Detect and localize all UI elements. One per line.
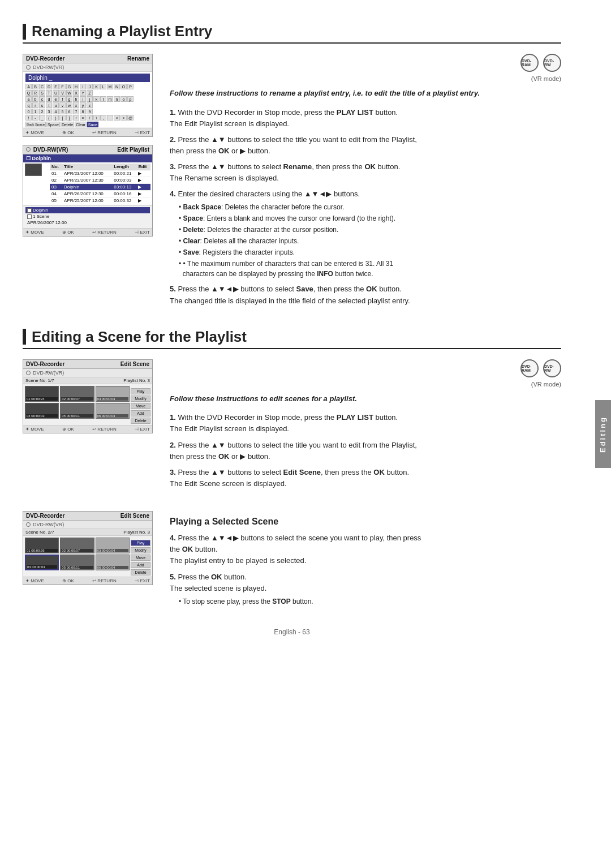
scene-thumb: 06 00:00:04: [96, 403, 130, 419]
scene-info-bar: Scene No. 1/7 Playlist No. 3: [23, 377, 152, 384]
edit-scene-screen-2: DVD-Recorder Edit Scene DVD-RW(VR) Scene…: [23, 511, 153, 585]
scene-header-left: DVD-Recorder: [26, 361, 64, 367]
scene-thumb-selected: 04 00:00:03: [25, 555, 59, 570]
section3-step-5: 5. Press the OK button.The selected scen…: [170, 571, 561, 607]
section2-instructions: DVD-RAM DVD-RW (VR mode) Follow these in…: [170, 359, 561, 494]
section-renaming: Renaming a Playlist Entry DVD-Recorder R…: [23, 23, 561, 311]
table-row: 02APR/23/2007 12:3000:00:03▶: [50, 177, 150, 184]
delete-btn-2[interactable]: Delete: [131, 569, 150, 575]
section2-step-3: 3. Press the ▲▼ buttons to select Edit S…: [170, 467, 561, 489]
rename-screen: DVD-Recorder Rename DVD-RW(VR) Dolphin _: [23, 54, 153, 137]
rename-input-bar: Dolphin _: [25, 74, 150, 82]
section1-instructions: DVD-RAM DVD-RW (VR mode) Follow these in…: [170, 54, 561, 311]
dvd-ram-badge: DVD-RAM: [520, 54, 539, 72]
bullet-stop: To stop scene play, press the STOP butto…: [179, 596, 561, 607]
scene-grid: 01 00:00:24 02 00:00:07 03 00:00:04: [25, 386, 130, 424]
bullet-save: Save: Registers the character inputs.: [179, 247, 561, 257]
playlist-title: ☐ Dolphin: [26, 156, 51, 161]
table-row-selected: 03Dolphin03:03:13▶: [50, 184, 150, 191]
scene2-header-left: DVD-Recorder: [26, 513, 64, 519]
scene-thumb: 01 00:00:24: [25, 386, 59, 402]
scene-thumb: 02 00:00:07: [60, 386, 94, 402]
scene-area-2: 01 00:00:26 02 00:00:07 03 00:00:04: [23, 536, 152, 575]
scene-thumb: 06 00:00:04: [96, 555, 130, 570]
step-2: 2. Press the ▲▼ buttons to select the ti…: [170, 134, 561, 157]
scene-thumb: 05 00:00:11: [60, 555, 94, 570]
playing-scene-section: DVD-Recorder Edit Scene DVD-RW(VR) Scene…: [23, 511, 561, 611]
step-4: 4. Enter the desired characters using th…: [170, 188, 561, 279]
scene-grid-2: 01 00:00:26 02 00:00:07 03 00:00:04: [25, 538, 130, 575]
table-row: 04APR/26/2007 12:3000:00:16▶: [50, 191, 150, 197]
radio-icon-3: [26, 522, 31, 527]
list-item: Dolphin: [25, 207, 150, 213]
radio-icon-2: [26, 371, 31, 375]
step-1: 1. With the DVD Recorder in Stop mode, p…: [170, 107, 561, 130]
scene2-header-right: Edit Scene: [121, 513, 149, 519]
rename-header-left: DVD-Recorder: [26, 55, 64, 62]
playlist-header-left: DVD-RW(VR): [26, 147, 68, 153]
section2-step-2: 2. Press the ▲▼ buttons to select the ti…: [170, 440, 561, 462]
scene-area: 01 00:00:24 02 00:00:07 03 00:00:04: [23, 384, 152, 424]
move-btn[interactable]: Move: [131, 403, 150, 409]
play-btn[interactable]: Play: [131, 388, 150, 394]
scene-nav: ✦ MOVE ⊕ OK ↩ RETURN ⊣ EXIT: [23, 425, 152, 433]
section2-intro: Follow these instructions to edit scenes…: [170, 393, 561, 405]
vr-badges-2: DVD-RAM DVD-RW: [170, 359, 561, 377]
rename-header-right: Rename: [127, 55, 149, 62]
play-btn-2[interactable]: Play: [131, 540, 150, 546]
scene-thumb: 05 00:00:11: [60, 403, 94, 419]
table-row: 01APR/23/2007 12:0000:00:21▶: [50, 170, 150, 177]
vr-mode-label-2: (VR mode): [170, 381, 561, 388]
rename-subheader: DVD-RW(VR): [33, 65, 64, 70]
bullet-clear: Clear: Deletes all the character inputs.: [179, 236, 561, 246]
char-grid: ABCDEFGHIJKLMNOP QRSTUVWXYZ abcdefghijkl…: [25, 84, 150, 127]
section1-title: Renaming a Playlist Entry: [32, 23, 212, 40]
scene-thumb: 04 00:00:03: [25, 403, 59, 419]
bullet-info: • The maximum number of characters that …: [179, 259, 561, 279]
section2-screens: DVD-Recorder Edit Scene DVD-RW(VR) Scene…: [23, 359, 153, 494]
section-editing-scene: Editing a Scene for the Playlist DVD-Rec…: [23, 328, 561, 611]
move-btn-2[interactable]: Move: [131, 555, 150, 561]
add-btn-2[interactable]: Add: [131, 562, 150, 568]
section1-screens: DVD-Recorder Rename DVD-RW(VR) Dolphin _: [23, 54, 153, 311]
section3-screens: DVD-Recorder Edit Scene DVD-RW(VR) Scene…: [23, 511, 153, 611]
section3-steps: 4. Press the ▲▼◄▶ buttons to select the …: [170, 532, 561, 607]
section2-title: Editing a Scene for the Playlist: [32, 328, 247, 346]
section2-step-1: 1. With the DVD Recorder in Stop mode, p…: [170, 412, 561, 435]
sub-heading-playing: Playing a Selected Scene: [170, 517, 561, 527]
scene-header-right: Edit Scene: [121, 361, 149, 367]
heading-bar: [23, 24, 26, 40]
scene2-info-bar: Scene No. 2/7 Playlist No. 3: [23, 529, 152, 536]
list-item: 1 Scene: [25, 213, 150, 220]
add-btn[interactable]: Add: [131, 410, 150, 416]
section2-heading: Editing a Scene for the Playlist: [23, 328, 561, 349]
modify-btn-2[interactable]: Modify: [131, 547, 150, 553]
step-3: 3. Press the ▲▼ buttons to select Rename…: [170, 161, 561, 184]
rename-nav: ✦ MOVE ⊕ OK ↩ RETURN ⊣ EXIT: [23, 128, 152, 136]
scene-thumb: 03 00:00:04: [96, 386, 130, 402]
scene-thumb: 03 00:00:04: [96, 538, 130, 553]
bullet-delete: Delete: Deletes the character at the cur…: [179, 225, 561, 235]
delete-btn[interactable]: Delete: [131, 418, 150, 424]
thumbnail: [25, 164, 42, 176]
page-footer: English - 63: [23, 628, 561, 647]
section1-intro: Follow these instructions to rename a pl…: [170, 88, 561, 99]
section3-instructions: Playing a Selected Scene 4. Press the ▲▼…: [170, 511, 561, 611]
playlist-header-right: Edit Playlist: [117, 147, 149, 153]
scene-side-buttons: Play Modify Move Add Delete: [131, 388, 150, 424]
table-row: 05APR/25/2007 12:0000:00:32▶: [50, 197, 150, 204]
bullet-backspace: Back Space: Deletes the character before…: [179, 202, 561, 212]
bullet-list: Back Space: Deletes the character before…: [170, 202, 561, 279]
dvd-ram-badge-2: DVD-RAM: [520, 359, 539, 377]
scene2-nav: ✦ MOVE ⊕ OK ↩ RETURN ⊣ EXIT: [23, 577, 152, 585]
vr-mode-label: (VR mode): [170, 75, 561, 82]
editing-side-tab: Editing: [595, 400, 611, 468]
heading-bar-2: [23, 329, 26, 345]
dvd-rw-badge: DVD-RW: [543, 54, 561, 72]
stop-bullet: To stop scene play, press the STOP butto…: [170, 596, 561, 607]
playlist-table: No. Title Length Edit 01APR/23/2007 12:0…: [50, 164, 150, 204]
playlist-nav: ✦ MOVE ⊕ OK ↩ RETURN ⊣ EXIT: [23, 228, 152, 236]
bullet-space: Space: Enters a blank and moves the curs…: [179, 213, 561, 224]
dvd-rw-badge-2: DVD-RW: [543, 359, 561, 377]
modify-btn[interactable]: Modify: [131, 396, 150, 402]
